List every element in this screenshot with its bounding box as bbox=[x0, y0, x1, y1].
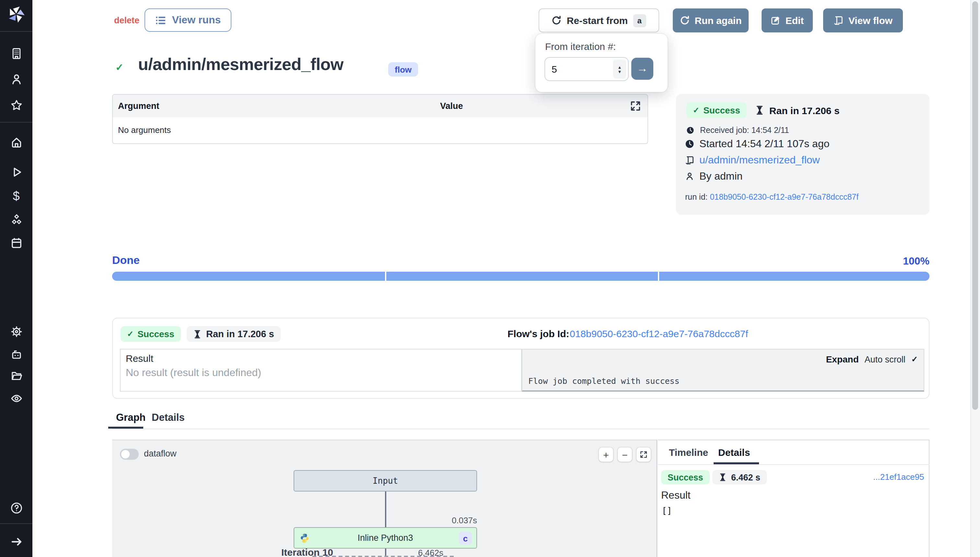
refresh-icon bbox=[679, 16, 689, 25]
sidebar-item-workers[interactable] bbox=[8, 346, 24, 362]
scroll-icon bbox=[834, 16, 843, 25]
sidebar-item-help[interactable] bbox=[8, 500, 24, 516]
pencil-icon bbox=[770, 16, 780, 25]
edit-label: Edit bbox=[785, 15, 804, 26]
tab-details[interactable]: Details bbox=[152, 412, 185, 423]
person-icon bbox=[10, 73, 22, 85]
dollar-icon: $ bbox=[13, 190, 20, 202]
dataflow-label: dataflow bbox=[144, 449, 177, 458]
cache-badge: c bbox=[459, 532, 472, 545]
run-again-label: Run again bbox=[694, 15, 741, 26]
sidebar-item-audit[interactable] bbox=[8, 390, 24, 406]
auto-scroll-checkbox[interactable]: ✓ bbox=[911, 355, 918, 364]
sidebar-item-settings[interactable] bbox=[8, 324, 24, 339]
tab-step-details[interactable]: Details bbox=[718, 447, 750, 458]
expand-icon[interactable] bbox=[630, 101, 641, 112]
check-icon: ✓ bbox=[693, 106, 699, 115]
tab-timeline[interactable]: Timeline bbox=[669, 447, 708, 458]
stepper-down-icon[interactable]: ▼ bbox=[618, 69, 622, 73]
clock-icon bbox=[686, 127, 694, 134]
arrow-right-icon: → bbox=[637, 62, 648, 75]
flow-path-row: u/admin/mesmerized_flow bbox=[685, 154, 820, 166]
tabs-divider bbox=[112, 428, 930, 429]
run-again-button[interactable]: Run again bbox=[673, 8, 749, 33]
question-icon bbox=[10, 502, 22, 514]
tab-graph[interactable]: Graph bbox=[116, 412, 146, 423]
log-text: Flow job completed with success bbox=[528, 376, 679, 386]
delete-link[interactable]: delete bbox=[114, 16, 139, 25]
zoom-out-button[interactable]: − bbox=[618, 448, 632, 462]
list-icon bbox=[155, 15, 166, 26]
sidebar-item-user[interactable] bbox=[8, 71, 24, 87]
refresh-icon bbox=[552, 16, 562, 25]
scroll-icon bbox=[685, 156, 694, 165]
run-id-link[interactable]: 018b9050-6230-cf12-a9e7-76a78dccc87f bbox=[710, 192, 858, 202]
sidebar-item-variables[interactable]: $ bbox=[8, 188, 24, 204]
sidebar-collapse-toggle[interactable] bbox=[8, 534, 24, 549]
restart-from-button[interactable]: Re-start from a bbox=[539, 8, 659, 33]
sidebar-item-home[interactable] bbox=[8, 134, 24, 150]
auto-scroll-label[interactable]: Auto scroll bbox=[865, 354, 905, 364]
result-title: Result bbox=[126, 353, 153, 364]
building-icon bbox=[10, 47, 22, 59]
app-window: $ delete View runs Re-start from a Run a… bbox=[0, 0, 980, 557]
no-arguments-text: No arguments bbox=[118, 125, 171, 135]
dataflow-toggle[interactable] bbox=[120, 449, 139, 460]
stepper-up-icon[interactable]: ▲ bbox=[618, 65, 622, 69]
progress-percent: 100% bbox=[903, 256, 930, 267]
arrow-right-icon bbox=[10, 535, 22, 547]
cubes-icon bbox=[10, 214, 22, 226]
status-badge: ✓Success bbox=[120, 326, 181, 342]
sidebar-item-runs[interactable] bbox=[8, 164, 24, 180]
restart-go-button[interactable]: → bbox=[631, 58, 653, 80]
graph-node-input[interactable]: Input bbox=[294, 470, 477, 492]
sidebar-item-favorites[interactable] bbox=[8, 97, 24, 113]
status-badge: ✓Success bbox=[686, 103, 747, 118]
step-job-link[interactable]: ...21ef1ace95 bbox=[873, 472, 924, 482]
check-icon: ✓ bbox=[127, 329, 133, 339]
number-stepper[interactable]: ▲ ▼ bbox=[613, 60, 626, 78]
view-runs-label: View runs bbox=[172, 14, 221, 26]
star-icon bbox=[10, 99, 22, 111]
job-id-link[interactable]: 018b9050-6230-cf12-a9e7-76a78dccc87f bbox=[570, 328, 748, 339]
result-pane: Result No result (result is undefined) bbox=[120, 349, 522, 392]
restart-label: Re-start from bbox=[567, 15, 628, 26]
run-id-row: run id: 018b9050-6230-cf12-a9e7-76a78dcc… bbox=[685, 192, 858, 202]
received-job-text: Received job: 14:54 2/11 bbox=[700, 126, 789, 135]
graph-node-python[interactable]: Inline Python3 c bbox=[294, 527, 477, 549]
duration-chip: Ran in 17.206 s bbox=[187, 326, 281, 342]
success-check-icon: ✓ bbox=[115, 62, 124, 73]
windmill-logo-icon[interactable] bbox=[8, 6, 24, 23]
sidebar-item-resources[interactable] bbox=[8, 212, 24, 228]
args-col-argument: Argument bbox=[118, 101, 159, 111]
sidebar-divider bbox=[0, 31, 33, 32]
duration-label: Ran in 17.206 s bbox=[206, 329, 274, 339]
sidebar-divider bbox=[0, 523, 33, 524]
expand-log-button[interactable]: Expand bbox=[826, 354, 859, 365]
sidebar-item-schedules[interactable] bbox=[8, 235, 24, 250]
edit-button[interactable]: Edit bbox=[762, 8, 813, 33]
sidebar-item-workspace[interactable] bbox=[8, 46, 24, 61]
status-label: Success bbox=[137, 329, 174, 339]
play-icon bbox=[10, 166, 22, 178]
started-row: Started 14:54 2/11 107s ago bbox=[685, 138, 830, 150]
by-user-text: By admin bbox=[699, 171, 743, 182]
toggle-knob bbox=[121, 450, 130, 458]
tabs-divider bbox=[658, 464, 930, 465]
view-flow-label: View flow bbox=[848, 15, 892, 26]
sidebar-item-folders[interactable] bbox=[8, 368, 24, 383]
view-runs-button[interactable]: View runs bbox=[145, 8, 231, 32]
by-user-row: By admin bbox=[685, 171, 743, 182]
zoom-fit-button[interactable] bbox=[637, 448, 651, 462]
flow-path-link[interactable]: u/admin/mesmerized_flow bbox=[699, 154, 820, 166]
progress-bar bbox=[112, 272, 930, 281]
run-id-label: run id: bbox=[685, 192, 710, 202]
window-scrollbar-thumb[interactable] bbox=[972, 1, 978, 410]
view-flow-button[interactable]: View flow bbox=[823, 8, 903, 33]
run-status-row: ✓Success Ran in 17.206 s bbox=[686, 103, 840, 118]
started-text: Started 14:54 2/11 107s ago bbox=[699, 138, 830, 150]
iteration-container-border bbox=[312, 556, 454, 557]
zoom-in-button[interactable]: + bbox=[599, 448, 613, 462]
home-icon bbox=[10, 136, 22, 148]
ran-in-label: Ran in 17.206 s bbox=[769, 105, 840, 116]
